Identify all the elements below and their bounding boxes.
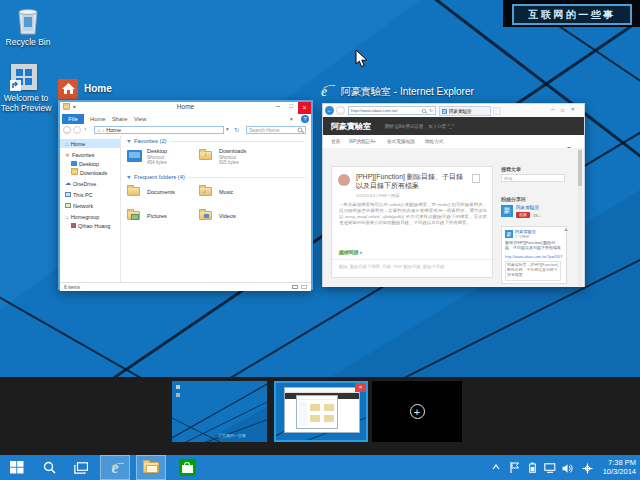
ribbon-collapse-icon[interactable]: ▾ [290,116,293,122]
explorer-files-pane: Favorites (2) Desktop Shortcut 454 bytes… [121,136,311,282]
site-nav-item2[interactable]: WP的雜記A+ [349,139,376,144]
file-tile-music[interactable]: ♪ Music [199,184,279,204]
nav-item-desktop[interactable]: Desktop [60,159,116,168]
explorer-window-thumbnail[interactable]: ▾ Home – □ × File Home Share View ▾ ? ← … [58,100,313,290]
start-button[interactable] [4,455,30,480]
desktop-mini-icon [71,161,77,166]
input-indicator-icon[interactable] [582,463,593,474]
task-view-icon [74,462,88,474]
site-title[interactable]: 阿豪實驗室 [331,121,371,132]
site-nav-home[interactable]: 首頁 [331,139,340,144]
recycle-bin-icon [16,6,40,36]
add-desktop-button[interactable]: + [372,381,462,442]
hidden-icons-chevron[interactable] [492,464,500,470]
taskbar-explorer-button[interactable] [136,455,166,480]
nav-item-downloads[interactable]: Downloads [60,168,116,177]
ie-close-button[interactable]: × [571,106,575,112]
maximize-button[interactable]: □ [285,103,297,114]
search-icon [43,461,56,474]
ie-tab[interactable]: 豪 阿豪實驗室 [439,106,491,116]
group-header-frequent[interactable]: Frequent folders (4) [127,174,305,180]
view-thumbnails-icon[interactable] [301,285,307,290]
address-bar[interactable]: ⌂ › Home [94,126,224,134]
post-link[interactable]: http://www.abao.com.tw/?p=4507 [505,254,563,259]
nav-item-homegroup[interactable]: ⌂ Homegroup [60,212,116,221]
battery-icon[interactable] [529,462,536,473]
post-quote: 阿豪實驗室 – [PHP][Function] 刪除目錄、子目錄以及目錄下所有檔… [505,261,561,281]
mini-explorer-window [296,395,338,429]
virtual-desktop-2-thumbnail[interactable]: × [274,381,368,442]
read-more-link[interactable]: 繼續閱讀 » [339,249,362,255]
gplus-post-card[interactable]: 豪 阿豪實驗室 2 小時前 新增 [PHP][Function] 刪除目錄、子目… [501,226,567,284]
sidebar-search-input[interactable]: 搜尋 [501,174,565,182]
card-scroll-up-icon[interactable] [564,228,568,231]
nav-item-network[interactable]: Network [60,201,116,210]
ie-url: http://www.abao.com.tw/ [351,108,398,113]
ie-thumb-icon: e [321,82,336,98]
article-card: [PHP][Function] 刪除目錄、子目錄以及目錄下所有檔案 10/1/2… [331,166,493,278]
back-button[interactable]: ← [63,126,71,134]
file-tile-videos[interactable]: Videos [199,208,279,228]
taskbar-ie-button[interactable]: e [100,455,130,480]
task-view-button[interactable] [68,455,94,480]
file-tile-documents[interactable]: Documents [127,184,207,204]
network-icon[interactable] [544,463,556,473]
group-header-favorites[interactable]: Favorites (2) [127,138,305,144]
ie-maximize-button[interactable]: □ [561,107,564,113]
nav-item-home[interactable]: ⌂ Home [60,139,120,148]
ie-refresh-icon[interactable]: ↻ [429,108,433,113]
follow-button[interactable]: 追蹤 [516,212,530,218]
sidebar-search-heading: 搜尋文章 [501,166,571,172]
bookmark-icon[interactable] [472,174,480,183]
ie-minimize-button[interactable]: – [551,106,554,112]
virtual-desktop-1-thumbnail[interactable]: 互联网的一些事 [172,381,267,442]
help-button[interactable]: ? [301,115,309,123]
forward-button[interactable]: → [73,126,81,134]
action-center-flag-icon[interactable] [510,462,519,473]
ribbon-tab-share[interactable]: Share [112,116,127,122]
address-dropdown-icon[interactable]: ▾ [226,126,229,132]
ie-new-tab-button[interactable] [493,107,501,115]
up-button[interactable]: ↑ [84,126,87,132]
site-nav-item3[interactable]: 各式電腦知識 [387,139,415,144]
close-button[interactable]: × [298,102,311,114]
view-list-icon[interactable] [292,285,298,290]
nav-home-icon: ⌂ [65,141,69,147]
ie-forward-button[interactable]: → [336,106,345,115]
close-desktop-button[interactable]: × [355,383,366,392]
page-sidebar: 搜尋文章 搜尋 粉絲分享區 豪 阿豪實驗室 追蹤 33+ 豪 阿豪實驗室 2 小… [501,166,571,284]
ribbon-tab-file[interactable]: File [62,114,84,124]
gplus-name[interactable]: 阿豪實驗室 [516,205,539,210]
mouse-cursor [355,49,368,68]
page-scrollbar[interactable] [578,148,582,287]
page-scrollbar-thumb[interactable] [578,150,582,186]
ie-address-bar[interactable]: http://www.abao.com.tw/ ↻ [348,106,436,115]
article-title[interactable]: [PHP][Function] 刪除目錄、子目錄以及目錄下所有檔案 [356,172,464,190]
ie-search-icon [422,108,426,112]
nav-item-onedrive[interactable]: ☁ OneDrive [60,179,116,188]
user-tile-icon [71,223,76,228]
refresh-button[interactable]: ↻ [234,126,239,133]
taskbar-clock[interactable]: 7:38 PM 10/3/2014 [596,458,636,476]
explorer-nav-pane: ⌂ Home ★ Favorites Desktop Downloads ☁ O… [60,136,121,282]
ie-back-button[interactable]: ← [325,106,334,115]
file-tile-pictures[interactable]: Pictures [127,208,207,228]
nav-item-this-pc[interactable]: This PC [60,190,116,199]
ribbon-tab-home[interactable]: Home [90,116,105,122]
ie-window-thumbnail[interactable]: ← → http://www.abao.com.tw/ ↻ 豪 阿豪實驗室 – … [322,103,585,287]
taskbar-search-button[interactable] [36,455,62,480]
ribbon-tab-view[interactable]: View [134,116,146,122]
nav-item-favorites[interactable]: ★ Favorites [60,150,116,159]
file-tile-desktop[interactable]: Desktop Shortcut 454 bytes [127,148,207,170]
search-box[interactable]: Search Home [246,126,306,134]
favorites-star-icon: ★ [65,152,70,158]
minimize-button[interactable]: – [272,102,284,113]
file-tile-downloads[interactable]: ↓ Downloads Shortcut 915 bytes [199,148,279,170]
nav-item-user[interactable]: Qihao Huang [60,221,116,230]
file-explorer-icon [143,462,159,473]
article-tags[interactable]: 刪除, 刪除目錄下檔案, 目錄, PHP 刪除目錄, 刪除子目錄 [339,264,487,269]
taskbar-store-button[interactable] [172,455,202,480]
group-collapse-icon [127,140,131,143]
volume-icon[interactable] [562,463,573,474]
site-nav-item4[interactable]: 聯絡方式 [425,139,443,144]
